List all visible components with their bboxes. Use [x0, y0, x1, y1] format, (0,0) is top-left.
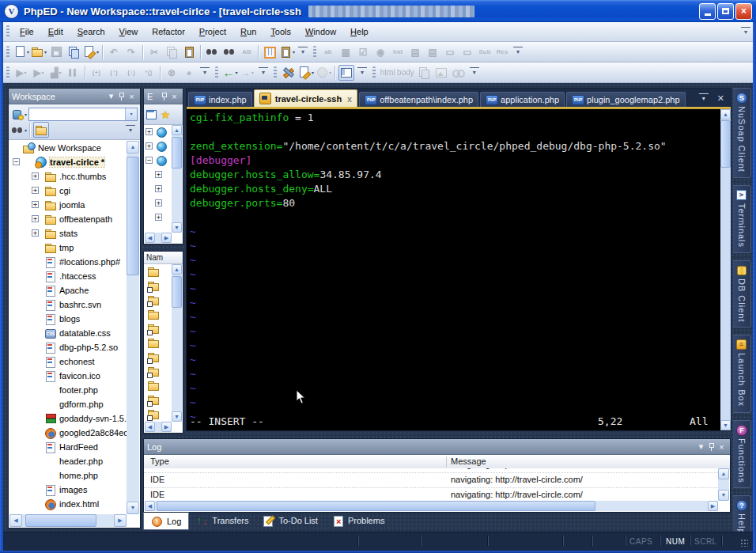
run-dropdown[interactable]: ▾	[25, 70, 27, 75]
log-row-0[interactable]: IDEnavigating: http://travel-circle.com/	[144, 473, 718, 488]
log-row-1[interactable]: IDEnavigating: http://travel-circle.com/	[144, 488, 718, 501]
menu-item-tools[interactable]: Tools	[263, 25, 298, 39]
find-in-files-button[interactable]	[221, 44, 237, 60]
scroll-down-button[interactable]: ▼	[172, 411, 182, 422]
log-pin-button[interactable]	[706, 441, 716, 453]
expand-icon[interactable]: +	[32, 201, 39, 208]
tree-item-offbeatenpath[interactable]: +offbeatenpath	[9, 212, 127, 226]
connection-item-2[interactable]: −	[144, 153, 172, 168]
file-sync-dropdown[interactable]: ▾	[96, 49, 99, 55]
tab-list-chevron[interactable]: ▾	[699, 93, 709, 104]
dock-tab-transfers[interactable]: Transfers	[189, 513, 255, 528]
tab-close-all-icon[interactable]: ✕	[717, 93, 724, 104]
scroll-down-button[interactable]: ▼	[718, 490, 729, 501]
scroll-right-button[interactable]: ▶	[708, 501, 718, 511]
remote-folder-item-5[interactable]	[144, 335, 172, 350]
paste-special-button[interactable]: ▾	[279, 44, 295, 60]
menu-item-run[interactable]: Run	[233, 25, 263, 39]
scroll-thumb[interactable]	[127, 157, 139, 275]
resize-grip[interactable]	[740, 539, 748, 547]
scroll-right-button[interactable]: ▶	[161, 233, 172, 243]
toolbar2-grip-1[interactable]	[215, 66, 218, 79]
terminal-vscrollbar[interactable]: ▲ ▼	[720, 109, 731, 430]
menubar-grip[interactable]	[6, 25, 9, 38]
collapse-icon[interactable]: −	[146, 157, 153, 164]
expand-icon[interactable]: +	[155, 185, 162, 192]
tree-item-godaddy-svn-1.5.t[interactable]: godaddy-svn-1.5.t	[9, 411, 127, 426]
new-from-template-button[interactable]: ▾	[298, 65, 314, 81]
tree-item-googled2a8c84ec0[interactable]: googled2a8c84ec0	[9, 426, 127, 440]
open-file-dropdown[interactable]: ▾	[44, 49, 47, 55]
menu-item-project[interactable]: Project	[192, 25, 233, 39]
tree-item-bashrc.svn[interactable]: bashrc.svn	[9, 297, 127, 312]
tree-item-blogs[interactable]: blogs	[9, 312, 127, 326]
editor-tab-travel-circle-ssh[interactable]: travel-circle-sshx	[254, 89, 358, 107]
workspace-menu-button[interactable]: ▾	[106, 91, 116, 102]
expand-icon[interactable]: +	[32, 187, 39, 194]
new-project-icon[interactable]	[11, 108, 24, 120]
scroll-left-button[interactable]: ◀	[145, 422, 155, 432]
color-picker-dropdown[interactable]: ▾	[329, 70, 331, 75]
settings-button[interactable]	[281, 65, 297, 81]
menu-item-help[interactable]: Help	[343, 25, 376, 39]
remote-folder-item-4[interactable]	[144, 321, 172, 335]
tree-item-index.html[interactable]: index.html	[9, 497, 127, 511]
explorer-list-hscrollbar[interactable]: ◀ ▶	[145, 422, 172, 432]
connection-item-6[interactable]: +	[144, 210, 172, 225]
scroll-up-button[interactable]: ▲	[720, 109, 731, 119]
tree-item-datatable.css[interactable]: datatable.css	[9, 326, 127, 340]
toolbar2-grip-0[interactable]	[6, 66, 9, 79]
tree-item-apache[interactable]: Apache	[9, 283, 127, 297]
scroll-thumb[interactable]	[172, 276, 182, 308]
profile-dropdown[interactable]: ▾	[59, 70, 62, 75]
workspace-pin-button[interactable]	[116, 91, 127, 102]
remote-folder-item-8[interactable]	[144, 378, 172, 392]
scroll-thumb[interactable]	[720, 120, 731, 168]
find-button[interactable]	[204, 44, 220, 60]
remote-folder-item-7[interactable]	[144, 364, 172, 378]
tree-item-gdform.php[interactable]: gdform.php	[9, 397, 127, 411]
explorer-sync-icon[interactable]	[146, 108, 158, 120]
combo-dropdown-icon[interactable]: ▾	[125, 108, 137, 120]
toolbar-overflow-chevron[interactable]: ▾	[200, 67, 210, 78]
menu-item-edit[interactable]: Edit	[41, 25, 70, 39]
new-project-dropdown[interactable]: ▾	[25, 112, 27, 117]
tree-item-hardfeed[interactable]: HardFeed	[9, 440, 127, 454]
remote-folder-item-6[interactable]	[144, 350, 172, 364]
toggle-layout-button[interactable]	[338, 65, 354, 81]
editor-tab-plugin-googlemap2.php[interactable]: plugin_googlemap2.php	[566, 92, 685, 107]
expand-icon[interactable]: +	[32, 215, 39, 222]
scroll-down-button[interactable]: ▼	[127, 502, 139, 514]
connection-item-5[interactable]: +	[144, 196, 172, 210]
dock-tab-to-do-list[interactable]: To-Do List	[255, 513, 325, 528]
connection-item-0[interactable]: +	[144, 125, 172, 139]
maximize-button[interactable]	[717, 3, 734, 20]
remote-folder-item-10[interactable]	[144, 407, 172, 421]
connection-item-3[interactable]: +	[144, 168, 172, 182]
scroll-up-button[interactable]: ▲	[127, 141, 139, 153]
toolbar-overflow-chevron[interactable]: ▾	[513, 47, 523, 57]
new-file-button[interactable]: ▾	[13, 44, 29, 60]
editor-tab-offbeatenpath-index.php[interactable]: offbeatenpath\index.php	[359, 92, 478, 107]
menu-item-view[interactable]: View	[112, 25, 146, 39]
type-column-header[interactable]: Type	[150, 456, 169, 466]
toolbar2-grip-3[interactable]	[372, 66, 376, 79]
save-all-button[interactable]	[66, 44, 81, 60]
workspace-close-button[interactable]: ×	[127, 91, 137, 102]
explorer-tree-vscrollbar[interactable]: ▲ ▼	[172, 125, 182, 233]
remote-folder-item-2[interactable]	[144, 293, 172, 307]
log-close-button[interactable]: ×	[716, 441, 727, 453]
toolbar1-grip2[interactable]	[313, 46, 316, 59]
connection-item-1[interactable]: +	[144, 139, 172, 153]
open-remote-folder-button[interactable]	[33, 122, 49, 138]
workspace-find-dropdown[interactable]: ▾	[25, 127, 27, 133]
workspace-find-icon[interactable]	[11, 124, 24, 136]
collapse-icon[interactable]: −	[13, 158, 20, 165]
explorer-list-vscrollbar[interactable]: ▲ ▼	[172, 264, 182, 422]
remote-folder-item-0[interactable]	[144, 264, 172, 278]
menu-item-file[interactable]: File	[13, 25, 41, 39]
dock-tab-log[interactable]: Log	[143, 513, 189, 530]
scroll-up-button[interactable]: ▲	[718, 468, 729, 479]
file-sync-button[interactable]: ▾	[83, 44, 99, 60]
log-menu-button[interactable]: ▾	[696, 441, 706, 453]
